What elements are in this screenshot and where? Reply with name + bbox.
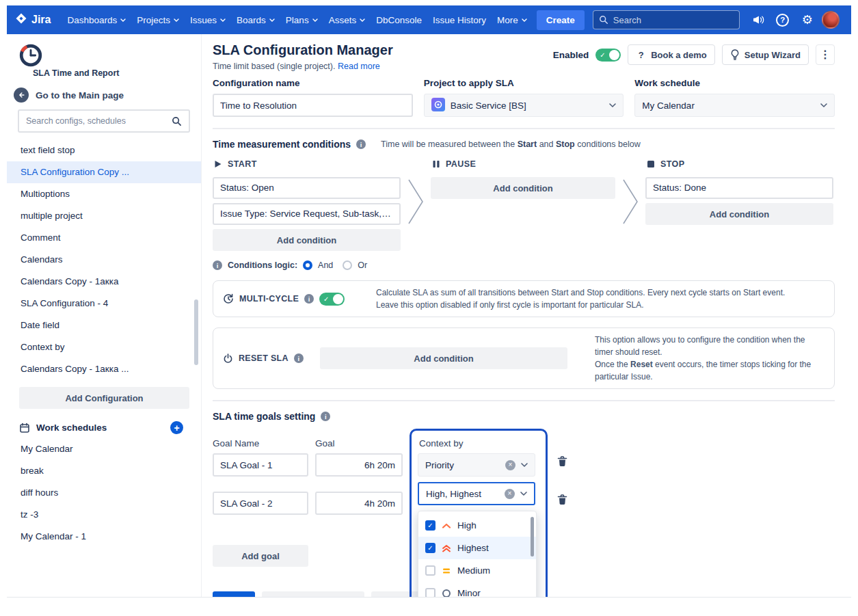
checkbox[interactable] [425,543,435,553]
context-by-column-header: Context by [419,438,464,448]
config-item[interactable]: Multioptions [7,183,201,205]
dropdown-scrollbar[interactable] [531,517,534,557]
schedule-item[interactable]: My Calendar [7,438,201,460]
enabled-toggle[interactable]: ✓ [595,49,621,62]
global-search[interactable] [593,10,740,29]
cancel-button[interactable]: Cancel [371,591,420,597]
nav-dashboards[interactable]: Dashboards [62,11,131,29]
logic-and-radio[interactable] [303,260,312,270]
schedule-item[interactable]: tz -3 [7,504,201,526]
context-values-select[interactable]: High, Highest × [418,482,535,505]
goal-name-input-1[interactable] [213,453,308,477]
priority-option-high[interactable]: High [418,514,536,537]
read-more-link[interactable]: Read more [338,62,380,71]
config-item[interactable]: SLA Configuration - 4 [7,293,201,314]
info-icon[interactable]: i [321,412,330,421]
clear-icon[interactable]: × [505,460,515,470]
project-select[interactable]: Basic Service [BS] [424,94,624,117]
config-item[interactable]: text field stop [7,139,201,161]
add-schedule-button[interactable]: + [170,421,183,434]
info-icon[interactable]: i [304,294,314,304]
work-schedules-header: Work schedules + [7,416,201,438]
nav-boards[interactable]: Boards [231,11,280,29]
config-item[interactable]: Context by [7,336,201,358]
nav-more[interactable]: More [492,11,533,29]
config-item[interactable]: Calendars Copy - 1акка [7,271,201,293]
priority-option-highest[interactable]: Highest [418,537,536,559]
pause-add-condition-button[interactable]: Add condition [431,177,615,199]
configuration-name-label: Configuration name [213,78,413,88]
info-icon[interactable]: i [356,139,366,149]
sidebar-search[interactable] [18,109,190,133]
checkbox[interactable] [425,588,435,597]
save-button[interactable]: Save [213,591,255,597]
nav-plans[interactable]: Plans [280,11,323,29]
config-item[interactable]: multiple project [7,205,201,227]
goal-value-input-1[interactable] [315,453,403,477]
info-icon[interactable]: i [213,260,222,270]
conditions-logic-label: Conditions logic: [228,260,297,270]
more-options-button[interactable]: ⋮ [816,44,835,65]
context-field-select[interactable]: Priority × [418,453,535,477]
calendar-icon [19,423,30,433]
add-configuration-button[interactable]: Add Configuration [19,387,189,409]
reset-add-condition-button[interactable]: Add condition [320,347,567,369]
stop-add-condition-button[interactable]: Add condition [645,203,833,225]
nav-dbconsole[interactable]: DbConsole [371,11,427,29]
user-avatar[interactable] [822,11,840,29]
config-list: text field stop SLA Configuration Copy .… [7,139,201,380]
schedule-item[interactable]: diff hours [7,482,201,504]
pause-label: PAUSE [446,159,476,169]
help-button[interactable]: ? [773,10,793,30]
save-go-report-button[interactable]: Save & Go to report [262,591,364,597]
global-search-input[interactable] [613,15,734,25]
book-demo-button[interactable]: ? Book a demo [628,44,715,65]
project-label: Project to apply SLA [424,78,624,88]
nav-projects[interactable]: Projects [131,11,185,29]
delete-goal-2-button[interactable] [556,493,569,509]
start-condition-status[interactable]: Status: Open [213,177,401,199]
settings-button[interactable]: ⚙ [797,10,818,30]
create-button[interactable]: Create [537,10,585,30]
info-icon[interactable]: i [294,353,304,363]
nav-issue-history[interactable]: Issue History [427,11,492,29]
logic-or-radio[interactable] [343,260,352,270]
priority-option-medium[interactable]: Medium [418,559,536,582]
sidebar-search-input[interactable] [26,116,172,126]
schedule-item[interactable]: break [7,460,201,482]
setup-wizard-button[interactable]: Setup Wizard [722,44,809,65]
work-schedule-select[interactable]: My Calendar [634,94,835,117]
clear-icon[interactable]: × [505,489,515,499]
configuration-name-field: Configuration name [213,78,413,117]
priority-option-minor[interactable]: Minor [418,582,536,597]
jira-brand[interactable]: Jira [15,12,51,27]
page-subtitle: Time limit based (single project). Read … [213,62,393,71]
start-add-condition-button[interactable]: Add condition [213,229,401,251]
sla-app-logo-icon [18,42,44,68]
checkbox[interactable] [425,565,435,576]
add-goal-button[interactable]: Add goal [213,545,308,567]
nav-assets[interactable]: Assets [323,11,371,29]
nav-issues[interactable]: Issues [185,11,231,29]
configuration-name-input[interactable] [213,94,413,117]
config-item[interactable]: Calendars Copy - 1акка ... [7,358,201,380]
config-item-selected[interactable]: SLA Configuration Copy ... [7,161,201,183]
sidebar-scrollbar[interactable] [194,299,198,365]
chevron-down-icon [220,18,226,22]
goal-name-input-2[interactable] [213,492,308,515]
announcements-button[interactable] [748,10,768,30]
brand-label: Jira [31,14,51,26]
check-icon: ✓ [600,51,605,59]
config-item[interactable]: Calendars [7,249,201,271]
config-item[interactable]: Comment [7,227,201,249]
checkbox[interactable] [425,520,435,531]
go-to-main-page-link[interactable]: Go to the Main page [7,81,201,108]
delete-goal-1-button[interactable] [556,455,569,470]
header-actions: Enabled ✓ ? Book a demo Setup Wizard ⋮ [553,42,835,65]
multi-cycle-toggle[interactable]: ✓ [319,293,345,306]
stop-condition-status[interactable]: Status: Done [645,177,833,199]
goal-value-input-2[interactable] [315,492,403,515]
config-item[interactable]: Date field [7,314,201,336]
start-condition-issue-type[interactable]: Issue Type: Service Request, Sub-task, T… [213,203,401,225]
schedule-item[interactable]: My Calendar - 1 [7,526,201,548]
